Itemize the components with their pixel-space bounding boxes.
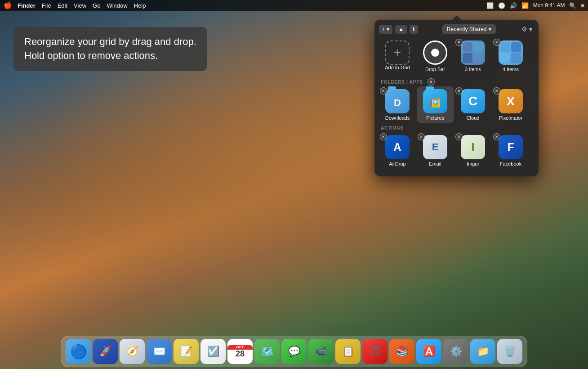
downloads-folder-icon: D: [385, 89, 410, 113]
folders-section: FOLDERS / APPS ✕ ✕ D Downloads 🖼️ Pictur…: [379, 77, 534, 123]
dock-item-messages[interactable]: 💬: [281, 339, 307, 364]
dock-item-music[interactable]: 🎵: [362, 339, 388, 364]
dock-item-trash[interactable]: 🗑️: [497, 339, 522, 364]
battery-icon: ⬜: [486, 2, 494, 9]
grid-item-3items[interactable]: ✕ 3 Items: [454, 38, 491, 74]
pictures-folder-icon: 🖼️: [423, 89, 447, 113]
actions-row: ✕ A AirDrop ✕ E Email ✕ I Imgur: [379, 132, 534, 169]
gear-settings-button[interactable]: ⚙ ▾: [520, 25, 534, 34]
apple-menu[interactable]: 🍎: [4, 1, 12, 9]
cloud-icon: C: [461, 89, 485, 113]
menu-finder[interactable]: Finder: [18, 2, 36, 9]
nav-up-button[interactable]: ▲: [395, 25, 407, 34]
dock-item-notes[interactable]: 📝: [174, 339, 199, 364]
dock-item-files[interactable]: 📋: [335, 339, 361, 364]
dock-item-books[interactable]: 📚: [389, 339, 414, 364]
pixelmator-icon: X: [499, 89, 523, 113]
dock-item-prefs[interactable]: ⚙️: [443, 339, 468, 364]
grid-item-airdrop[interactable]: ✕ A AirDrop: [379, 132, 416, 169]
dock-item-reminders[interactable]: ☑️: [200, 339, 226, 364]
menubar: 🍎 Finder File Edit View Go Window Help ⬜…: [0, 0, 588, 11]
wifi-icon: 📶: [521, 2, 529, 9]
dock-item-facetime[interactable]: 📹: [308, 339, 334, 364]
add-button[interactable]: + ▾: [379, 25, 392, 34]
popup-panel: + ▾ ▲ ℹ Recently Shared ▾ ⚙ ▾ + Add to G…: [374, 20, 539, 176]
tooltip-box: Reorganize your grid by drag and drop. H…: [13, 27, 207, 71]
folders-row: ✕ D Downloads 🖼️ Pictures ✕ C: [379, 86, 534, 123]
email-label: Email: [429, 161, 441, 167]
popup-left-controls: + ▾ ▲ ℹ: [379, 25, 418, 34]
4items-icon: [499, 40, 523, 65]
time-machine-icon: 🕐: [498, 2, 505, 9]
cloud-label: Cloud: [467, 115, 480, 121]
pixelmator-label: Pixelmator: [499, 115, 522, 121]
dropdown-label: Recently Shared: [447, 26, 487, 32]
menu-go[interactable]: Go: [93, 2, 100, 9]
volume-icon: 🔊: [510, 2, 517, 9]
menu-edit[interactable]: Edit: [58, 2, 67, 9]
dock: 🔵 🚀 🧭 ✉️ 📝 ☑️ OCT 28 🗺️ 💬 📹 📋 🎵 📚 🅰️ ⚙️ …: [61, 336, 527, 367]
facebook-label: Facebook: [500, 161, 521, 167]
add-to-grid-label: Add to Grid: [385, 65, 410, 71]
grid-item-cloud[interactable]: ✕ C Cloud: [454, 86, 491, 123]
recently-shared-dropdown[interactable]: Recently Shared ▾: [442, 24, 496, 34]
popup-header: + ▾ ▲ ℹ Recently Shared ▾ ⚙ ▾: [379, 24, 534, 34]
dock-item-launchpad[interactable]: 🚀: [93, 339, 118, 364]
dock-item-mail[interactable]: ✉️: [147, 339, 172, 364]
menu-file[interactable]: File: [42, 2, 51, 9]
tooltip-line1: Reorganize your grid by drag and drop.: [24, 35, 196, 49]
remove-folders-badge[interactable]: ✕: [428, 78, 435, 86]
folders-section-label: FOLDERS / APPS: [381, 80, 423, 85]
top-actions-section: + Add to Grid Drop Bar ✕: [379, 38, 534, 74]
dock-item-maps[interactable]: 🗺️: [254, 339, 280, 364]
menubar-right: ⬜ 🕐 🔊 📶 Mon 9:41 AM 🔍 ≡: [486, 2, 584, 9]
dock-item-appstore[interactable]: 🅰️: [416, 339, 441, 364]
menu-view[interactable]: View: [74, 2, 86, 9]
3items-label: 3 Items: [465, 67, 481, 72]
imgur-label: Imgur: [467, 161, 479, 167]
grid-item-add-to-grid[interactable]: + Add to Grid: [379, 38, 416, 74]
dropdown-arrow-icon: ▾: [489, 26, 491, 32]
dock-item-safari[interactable]: 🧭: [120, 339, 145, 364]
menu-help[interactable]: Help: [134, 2, 146, 9]
grid-item-downloads[interactable]: ✕ D Downloads: [379, 86, 416, 123]
remove-4items-badge[interactable]: ✕: [493, 39, 500, 46]
info-button[interactable]: ℹ: [410, 25, 418, 34]
notification-icon[interactable]: ≡: [581, 2, 584, 9]
airdrop-icon: A: [385, 135, 410, 159]
actions-section: ACTIONS ✕ A AirDrop ✕ E Email ✕: [379, 126, 534, 169]
downloads-label: Downloads: [385, 115, 410, 121]
grid-item-facebook[interactable]: ✕ F Facebook: [492, 132, 529, 169]
imgur-icon: I: [461, 135, 485, 159]
clock: Mon 9:41 AM: [533, 2, 565, 9]
grid-item-pixelmator[interactable]: ✕ X Pixelmator: [492, 86, 529, 123]
drop-bar-icon: [423, 40, 447, 65]
4items-label: 4 Items: [503, 67, 519, 72]
tooltip-line2: Hold option to remove actions.: [24, 49, 196, 63]
pictures-label: Pictures: [426, 115, 444, 121]
top-actions-row: + Add to Grid Drop Bar ✕: [379, 38, 534, 74]
3items-icon: [461, 40, 485, 65]
remove-3items-badge[interactable]: ✕: [455, 39, 463, 46]
grid-item-pictures[interactable]: 🖼️ Pictures: [417, 86, 454, 123]
grid-item-email[interactable]: ✕ E Email: [417, 132, 454, 169]
airdrop-label: AirDrop: [389, 161, 405, 167]
facebook-icon: F: [499, 135, 523, 159]
dock-item-calendar[interactable]: OCT 28: [227, 339, 253, 364]
search-icon[interactable]: 🔍: [569, 2, 576, 9]
dock-item-finder[interactable]: 🔵: [66, 339, 91, 364]
grid-item-drop-bar[interactable]: Drop Bar: [417, 38, 454, 74]
add-to-grid-icon: +: [385, 40, 410, 65]
menu-items: Finder File Edit View Go Window Help: [18, 2, 486, 9]
email-icon: E: [423, 135, 447, 159]
grid-item-imgur[interactable]: ✕ I Imgur: [454, 132, 491, 169]
menu-window[interactable]: Window: [107, 2, 127, 9]
drop-bar-label: Drop Bar: [425, 67, 445, 72]
grid-item-4items[interactable]: ✕ 4 Items: [492, 38, 529, 74]
dock-item-folder[interactable]: 📁: [470, 339, 495, 364]
actions-section-label: ACTIONS: [381, 126, 532, 130]
